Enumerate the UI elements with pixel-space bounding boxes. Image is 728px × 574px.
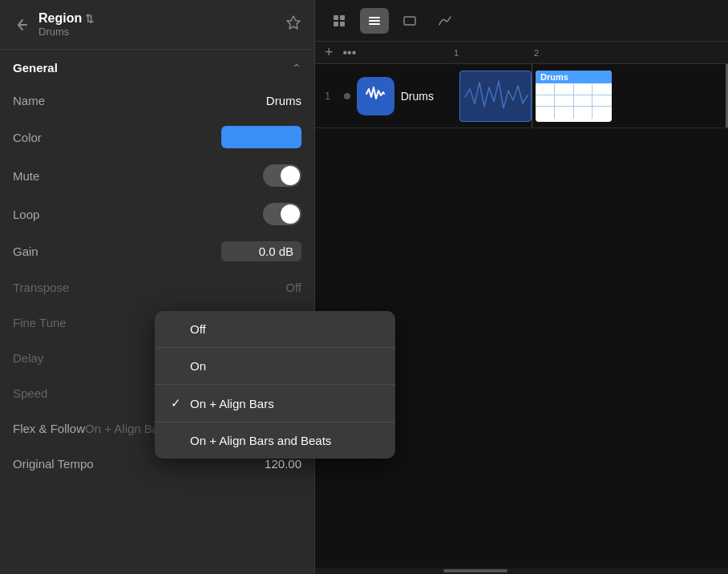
svg-rect-0 xyxy=(334,15,338,20)
svg-rect-6 xyxy=(369,23,380,25)
color-swatch[interactable] xyxy=(221,126,301,148)
name-row: Name Drums xyxy=(0,83,314,118)
region-sort-icon: ⇅ xyxy=(85,13,94,25)
track-number: 1 xyxy=(325,90,338,102)
rect-view-button[interactable] xyxy=(395,8,424,34)
svg-rect-7 xyxy=(404,17,415,25)
region-block[interactable] xyxy=(459,71,532,122)
track-row: 1 Drums xyxy=(315,64,728,128)
dropdown-align-bars-beats-label: On + Align Bars and Beats xyxy=(190,434,331,447)
mute-toggle[interactable] xyxy=(263,164,301,187)
track-name: Drums xyxy=(401,90,434,103)
dropdown-item-align-bars[interactable]: ✓ On + Align Bars xyxy=(155,385,395,422)
transpose-row: Transpose Off xyxy=(0,269,314,305)
svg-rect-4 xyxy=(369,17,380,18)
original-tempo-value[interactable]: 120.00 xyxy=(265,457,301,471)
grid-view-button[interactable] xyxy=(325,8,354,34)
track-waveform-button[interactable] xyxy=(357,77,394,115)
region-grid xyxy=(536,83,612,119)
dropdown-item-align-bars-beats[interactable]: On + Align Bars and Beats xyxy=(155,422,395,459)
loop-row: Loop xyxy=(0,195,314,233)
scrollbar-thumb[interactable] xyxy=(443,569,508,572)
general-section-header[interactable]: General ⌃ xyxy=(0,50,314,83)
back-icon[interactable] xyxy=(13,15,32,34)
track-label-area: 1 Drums xyxy=(315,77,443,115)
track-active-dot xyxy=(344,93,350,99)
svg-rect-5 xyxy=(369,20,380,22)
original-tempo-label: Original Tempo xyxy=(13,457,94,471)
loop-label: Loop xyxy=(13,208,39,221)
delay-label: Delay xyxy=(13,351,43,365)
loop-toggle-knob xyxy=(281,204,300,224)
name-value[interactable]: Drums xyxy=(266,94,301,107)
dropdown-off-label: Off xyxy=(190,322,206,336)
dropdown-on-label: On xyxy=(190,359,206,373)
loop-toggle[interactable] xyxy=(263,203,301,225)
header-title: Region ⇅ Drums xyxy=(38,11,285,38)
add-button[interactable]: + xyxy=(325,44,334,61)
transpose-value[interactable]: Off xyxy=(285,281,301,294)
delay-dropdown-menu: Off On ✓ On + Align Bars On + Align Bars… xyxy=(155,311,395,459)
track-content: Drums xyxy=(443,64,728,127)
dropdown-item-off[interactable]: Off xyxy=(155,311,395,348)
svg-rect-2 xyxy=(334,22,338,26)
section-title: General xyxy=(13,61,58,75)
horizontal-scrollbar[interactable] xyxy=(315,568,728,574)
pin-icon[interactable] xyxy=(285,14,301,34)
svg-rect-3 xyxy=(340,22,345,26)
gain-row: Gain xyxy=(0,233,314,269)
timeline-header: + ••• 1 2 xyxy=(315,42,728,64)
dropdown-align-bars-label: On + Align Bars xyxy=(190,397,274,410)
flex-follow-label: Flex & Follow xyxy=(13,422,85,435)
region-subtitle: Drums xyxy=(38,26,285,38)
transpose-label: Transpose xyxy=(13,281,69,294)
gain-label: Gain xyxy=(13,245,38,258)
svg-rect-1 xyxy=(340,15,345,20)
mute-toggle-knob xyxy=(281,166,300,185)
track-area: + ••• 1 2 1 Drums xyxy=(315,42,728,574)
left-panel: Region ⇅ Drums General ⌃ Name Drums Colo… xyxy=(0,0,315,574)
region-active[interactable]: Drums xyxy=(536,71,612,122)
region-active-header: Drums xyxy=(536,71,612,83)
name-label: Name xyxy=(13,94,45,107)
mute-label: Mute xyxy=(13,169,39,183)
mute-row: Mute xyxy=(0,156,314,195)
speed-label: Speed xyxy=(13,386,47,400)
chevron-down-icon: ⌃ xyxy=(292,62,301,75)
checkmark-align-bars: ✓ xyxy=(171,396,187,410)
fine-tune-label: Fine Tune xyxy=(13,316,67,329)
panel-header: Region ⇅ Drums xyxy=(0,0,314,50)
more-button[interactable]: ••• xyxy=(343,46,357,60)
timeline-marker-2: 2 xyxy=(534,48,539,58)
region-title: Region ⇅ xyxy=(38,11,285,26)
curve-view-button[interactable] xyxy=(431,8,459,34)
color-row: Color xyxy=(0,118,314,156)
timeline-marker-1: 1 xyxy=(454,48,459,58)
gain-input[interactable] xyxy=(221,241,301,261)
top-toolbar xyxy=(315,0,728,42)
list-view-button[interactable] xyxy=(360,8,389,34)
right-panel: + ••• 1 2 1 Drums xyxy=(315,0,728,574)
dropdown-item-on[interactable]: On xyxy=(155,348,395,385)
color-label: Color xyxy=(13,131,42,144)
waveform-icon xyxy=(364,83,386,109)
